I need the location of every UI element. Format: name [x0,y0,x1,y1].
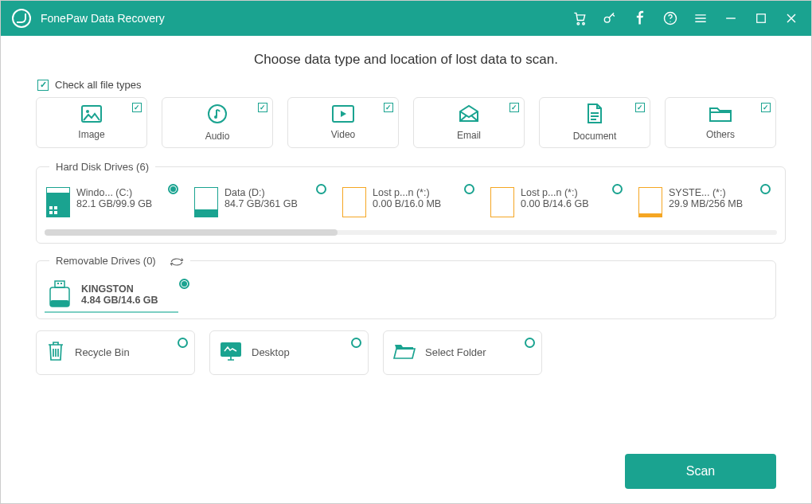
maximize-icon[interactable] [752,10,770,27]
check-all-checkbox[interactable] [37,80,49,91]
type-card-others[interactable]: Others [665,97,776,148]
svg-point-0 [577,22,580,24]
hdd-legend: Hard Disk Drives (6) [49,161,155,173]
svg-rect-13 [49,211,53,214]
drive-stats: 29.9 MB/256 MB [669,198,743,209]
hdd-drive[interactable]: Lost p...n (*:)0.00 B/14.6 GB [489,184,629,219]
hdd-section: Hard Disk Drives (6) Windo... (C:)82.1 G… [36,161,786,244]
drive-radio[interactable] [612,184,623,194]
removable-legend: Removable Drives (0) [49,255,190,268]
drive-stats: 0.00 B/16.0 MB [373,198,441,209]
drive-radio[interactable] [316,184,326,194]
help-icon[interactable] [662,10,679,27]
type-label: Document [573,131,617,142]
hdd-scrollbar[interactable] [45,230,777,235]
folder-icon [709,105,732,126]
svg-rect-11 [49,206,53,209]
type-card-document[interactable]: Document [539,97,650,148]
check-all-row[interactable]: Check all file types [37,79,776,91]
drive-radio[interactable] [168,184,178,194]
removable-name: KINGSTON [81,283,158,295]
svg-rect-15 [55,281,64,287]
email-icon [459,104,479,127]
image-icon [81,105,102,126]
drive-stats: 0.00 B/14.6 GB [521,198,588,209]
type-card-audio[interactable]: Audio [162,97,273,148]
refresh-icon[interactable] [170,256,184,268]
svg-point-1 [583,22,585,24]
disk-icon [194,187,218,217]
disk-icon [638,187,662,217]
svg-rect-17 [61,283,62,284]
close-icon[interactable] [783,10,800,27]
check-all-label: Check all file types [55,79,141,91]
location-radio[interactable] [178,338,188,348]
disk-icon [490,187,514,217]
svg-rect-12 [54,206,57,209]
type-checkbox[interactable] [635,103,645,112]
svg-rect-16 [57,283,59,284]
location-label: Recycle Bin [75,346,130,358]
location-label: Desktop [252,346,290,358]
type-checkbox[interactable] [384,103,393,112]
hdd-row: Windo... (C:)82.1 GB/99.9 GBData (D:)84.… [45,184,777,219]
app-window: FonePaw Data Recovery [0,0,812,504]
disk-icon [46,187,70,217]
facebook-icon[interactable] [631,10,649,27]
type-card-image[interactable]: Image [36,97,147,148]
locations-row: Recycle Bin Desktop Select Folder [36,330,776,375]
type-checkbox[interactable] [761,103,771,112]
location-radio[interactable] [525,338,535,348]
minimize-icon[interactable] [722,10,740,27]
location-radio[interactable] [351,338,361,348]
page-heading: Choose data type and location of lost da… [36,52,776,68]
hdd-drive[interactable]: Data (D:)84.7 GB/361 GB [193,184,333,219]
type-checkbox[interactable] [132,103,142,112]
app-title: FonePaw Data Recovery [41,12,165,25]
hdd-drive[interactable]: Lost p...n (*:)0.00 B/16.0 MB [341,184,481,219]
cart-icon[interactable] [571,10,588,27]
audio-icon [207,104,228,127]
drive-name: SYSTE... (*:) [669,187,743,198]
drive-name: Data (D:) [224,187,298,198]
hdd-drive[interactable]: SYSTE... (*:)29.9 MB/256 MB [637,184,777,219]
type-card-video[interactable]: Video [287,97,399,148]
location-recycle-bin[interactable]: Recycle Bin [36,330,195,375]
drive-stats: 84.7 GB/361 GB [224,198,298,209]
type-card-email[interactable]: Email [413,97,525,148]
app-logo-icon [12,9,31,28]
svg-rect-5 [757,14,766,23]
drive-name: Lost p...n (*:) [521,187,588,198]
titlebar: FonePaw Data Recovery [1,1,811,36]
file-types-row: Image Audio Video Email Document [36,97,776,148]
type-label: Video [331,129,355,140]
type-checkbox[interactable] [509,103,519,112]
drive-radio[interactable] [760,184,771,194]
drive-radio[interactable] [464,184,474,194]
type-label: Image [78,129,104,140]
svg-rect-14 [54,211,57,214]
folder-open-icon [393,342,416,363]
location-select-folder[interactable]: Select Folder [383,330,542,375]
key-icon[interactable] [601,10,619,27]
svg-point-4 [670,21,670,22]
trash-icon [46,340,65,365]
type-label: Others [706,129,735,140]
type-checkbox[interactable] [258,103,267,112]
location-desktop[interactable]: Desktop [209,330,369,375]
removable-drive[interactable]: KINGSTON 4.84 GB/14.6 GB [45,279,196,311]
document-icon [586,104,603,127]
menu-icon[interactable] [692,10,709,27]
scan-button[interactable]: Scan [625,454,776,489]
desktop-icon [220,342,242,364]
svg-point-2 [604,17,610,22]
drive-stats: 82.1 GB/99.9 GB [76,198,152,209]
hdd-drive[interactable]: Windo... (C:)82.1 GB/99.9 GB [45,184,185,219]
svg-point-9 [214,115,217,119]
removable-stats: 4.84 GB/14.6 GB [81,295,158,306]
disk-icon [342,187,366,217]
removable-section: Removable Drives (0) KINGSTON 4.84 GB/14… [36,255,776,319]
svg-point-7 [86,110,89,113]
drive-radio[interactable] [179,279,189,289]
drive-name: Lost p...n (*:) [373,187,441,198]
